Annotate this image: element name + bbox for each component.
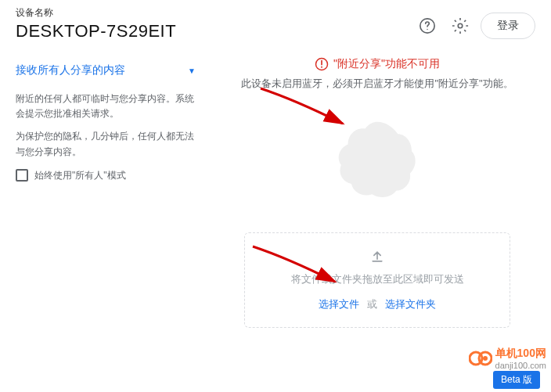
login-button[interactable]: 登录 bbox=[481, 13, 535, 39]
watermark-text-group: 单机100网 danji100.com bbox=[495, 347, 546, 370]
select-folder-button[interactable]: 选择文件夹 bbox=[385, 297, 436, 311]
svg-point-5 bbox=[321, 67, 322, 68]
device-label: 设备名称 bbox=[16, 6, 176, 20]
device-name: DESKTOP-7S29EIT bbox=[16, 21, 176, 41]
watermark-brand: 单机100网 bbox=[495, 347, 546, 361]
drop-zone[interactable]: 将文件或文件夹拖放至此区域即可发送 选择文件 或 选择文件夹 bbox=[244, 232, 510, 328]
placeholder-graphic bbox=[334, 115, 420, 201]
alert-title: "附近分享"功能不可用 bbox=[333, 57, 440, 71]
info-paragraph-2: 为保护您的隐私，几分钟后，任何人都无法与您分享内容。 bbox=[16, 129, 196, 159]
alert-title-row: "附近分享"功能不可用 bbox=[315, 57, 440, 71]
watermark-url: danji100.com bbox=[495, 361, 546, 370]
caret-down-icon: ▼ bbox=[188, 67, 196, 75]
help-icon[interactable] bbox=[415, 13, 440, 38]
svg-point-2 bbox=[458, 23, 463, 28]
drop-zone-text: 将文件或文件夹拖放至此区域即可发送 bbox=[291, 272, 464, 286]
main-content: 接收所有人分享的内容 ▼ 附近的任何人都可临时与您分享内容。系统会提示您批准相关… bbox=[0, 57, 551, 328]
right-panel: "附近分享"功能不可用 此设备未启用蓝牙，必须开启蓝牙才能使用"附近分享"功能。… bbox=[219, 57, 535, 328]
select-row: 选择文件 或 选择文件夹 bbox=[319, 297, 436, 311]
upload-icon bbox=[369, 249, 385, 268]
error-icon bbox=[315, 57, 329, 71]
alert-description: 此设备未启用蓝牙，必须开启蓝牙才能使用"附近分享"功能。 bbox=[241, 76, 513, 92]
svg-point-8 bbox=[483, 356, 488, 361]
settings-icon[interactable] bbox=[448, 13, 473, 38]
receive-mode-dropdown[interactable]: 接收所有人分享的内容 ▼ bbox=[16, 57, 196, 84]
header-actions: 登录 bbox=[415, 13, 535, 39]
dropdown-label: 接收所有人分享的内容 bbox=[16, 63, 125, 77]
always-everyone-checkbox[interactable] bbox=[16, 169, 28, 182]
always-everyone-checkbox-row: 始终使用"所有人"模式 bbox=[16, 169, 196, 182]
svg-point-1 bbox=[427, 29, 427, 30]
watermark: 单机100网 danji100.com bbox=[469, 347, 546, 370]
header: 设备名称 DESKTOP-7S29EIT 登录 bbox=[0, 0, 551, 57]
device-info: 设备名称 DESKTOP-7S29EIT bbox=[16, 6, 176, 41]
watermark-logo-icon bbox=[469, 349, 492, 368]
select-separator: 或 bbox=[367, 297, 377, 311]
left-panel: 接收所有人分享的内容 ▼ 附近的任何人都可临时与您分享内容。系统会提示您批准相关… bbox=[16, 57, 196, 328]
select-files-button[interactable]: 选择文件 bbox=[319, 297, 359, 311]
checkbox-label: 始终使用"所有人"模式 bbox=[34, 169, 126, 182]
info-paragraph-1: 附近的任何人都可临时与您分享内容。系统会提示您批准相关请求。 bbox=[16, 92, 196, 121]
beta-badge: Beta 版 bbox=[493, 371, 540, 389]
